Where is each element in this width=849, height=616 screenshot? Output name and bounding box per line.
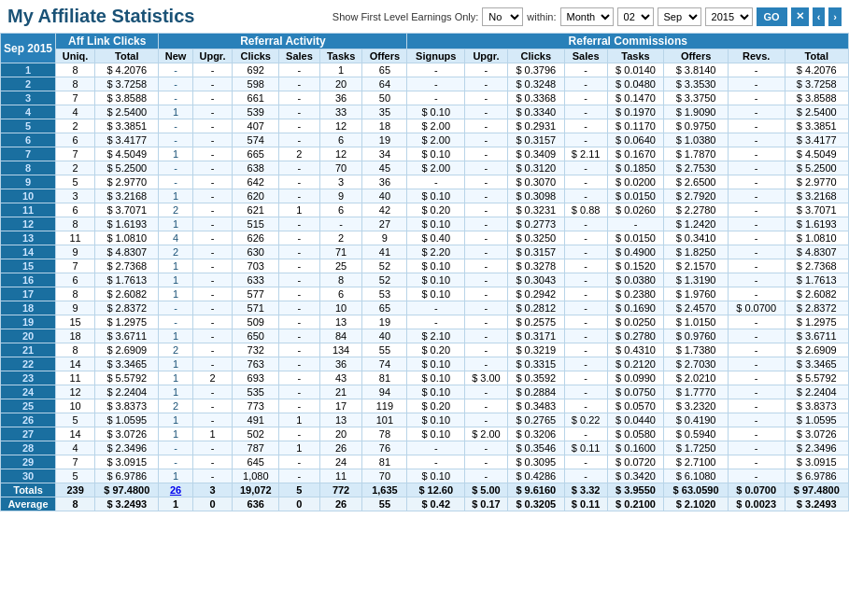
new-cell[interactable]: 1 <box>159 357 192 371</box>
day-link[interactable]: 16 <box>22 274 34 286</box>
day-cell[interactable]: 14 <box>1 245 56 259</box>
new-cell[interactable]: 1 <box>159 413 192 427</box>
day-cell[interactable]: 8 <box>1 161 56 175</box>
new-cell[interactable]: 1 <box>159 105 192 119</box>
day-link[interactable]: 26 <box>22 414 34 426</box>
day-link[interactable]: 9 <box>25 176 31 188</box>
day-link[interactable]: 12 <box>22 218 34 230</box>
day-cell[interactable]: 29 <box>1 455 56 469</box>
new-cell[interactable]: - <box>159 301 192 315</box>
new-cell[interactable]: - <box>159 175 192 189</box>
go-button[interactable]: GO <box>757 7 787 26</box>
new-cell[interactable]: 1 <box>159 259 192 273</box>
new-cell[interactable]: - <box>159 455 192 469</box>
new-cell[interactable]: 1 <box>159 287 192 301</box>
day-link[interactable]: 29 <box>22 456 34 468</box>
day-link[interactable]: 5 <box>25 120 31 132</box>
new-cell[interactable]: - <box>159 119 192 133</box>
day-link[interactable]: 28 <box>22 442 34 454</box>
day-link[interactable]: 13 <box>22 232 34 244</box>
day-cell[interactable]: 12 <box>1 217 56 231</box>
new-cell[interactable]: 2 <box>159 245 192 259</box>
show-select[interactable]: No Yes <box>482 7 523 26</box>
day-select[interactable]: 01 02 <box>617 7 654 26</box>
day-cell[interactable]: 30 <box>1 469 56 483</box>
day-cell[interactable]: 27 <box>1 427 56 441</box>
day-cell[interactable]: 20 <box>1 329 56 343</box>
new-cell[interactable]: - <box>159 133 192 147</box>
new-cell[interactable]: - <box>159 91 192 105</box>
day-cell[interactable]: 2 <box>1 77 56 91</box>
day-cell[interactable]: 3 <box>1 91 56 105</box>
new-cell[interactable]: 1 <box>159 371 192 385</box>
new-cell[interactable]: 1 <box>159 147 192 161</box>
clicks-cell: 574 <box>233 133 279 147</box>
new-cell[interactable]: - <box>159 441 192 455</box>
day-link[interactable]: 17 <box>22 288 34 300</box>
prev-button[interactable]: ‹ <box>813 7 826 26</box>
day-cell[interactable]: 19 <box>1 315 56 329</box>
day-cell[interactable]: 21 <box>1 343 56 357</box>
day-link[interactable]: 25 <box>22 400 34 412</box>
day-link[interactable]: 30 <box>22 470 34 482</box>
close-button[interactable]: ✕ <box>791 7 809 26</box>
new-cell[interactable]: 1 <box>159 273 192 287</box>
day-link[interactable]: 23 <box>22 372 34 384</box>
new-cell[interactable]: 1 <box>159 217 192 231</box>
period-select[interactable]: Day Week Month Year <box>560 7 614 26</box>
day-link[interactable]: 7 <box>25 148 31 160</box>
day-cell[interactable]: 15 <box>1 259 56 273</box>
day-cell[interactable]: 11 <box>1 203 56 217</box>
new-cell[interactable]: - <box>159 161 192 175</box>
next-button[interactable]: › <box>828 7 842 26</box>
day-link[interactable]: 20 <box>22 330 34 342</box>
new-cell[interactable]: 2 <box>159 203 192 217</box>
day-link[interactable]: 21 <box>22 344 34 356</box>
day-link[interactable]: 6 <box>25 134 31 146</box>
day-link[interactable]: 4 <box>25 106 31 118</box>
day-cell[interactable]: 26 <box>1 413 56 427</box>
new-cell[interactable]: - <box>159 63 192 77</box>
month-select[interactable]: JanFebMar AprMayJun JulAug Sep OctNovDec <box>658 7 701 26</box>
day-link[interactable]: 14 <box>22 246 34 258</box>
day-cell[interactable]: 7 <box>1 147 56 161</box>
day-cell[interactable]: 4 <box>1 105 56 119</box>
new-cell[interactable]: 1 <box>159 189 192 203</box>
day-cell[interactable]: 25 <box>1 399 56 413</box>
day-link[interactable]: 27 <box>22 428 34 440</box>
day-cell[interactable]: 13 <box>1 231 56 245</box>
new-cell[interactable]: 1 <box>159 427 192 441</box>
day-link[interactable]: 3 <box>25 92 31 104</box>
day-cell[interactable]: 17 <box>1 287 56 301</box>
new-cell[interactable]: 2 <box>159 399 192 413</box>
day-link[interactable]: 24 <box>22 386 34 398</box>
day-cell[interactable]: 18 <box>1 301 56 315</box>
day-cell[interactable]: 23 <box>1 371 56 385</box>
year-select[interactable]: 2015 2014 <box>705 7 753 26</box>
day-cell[interactable]: 10 <box>1 189 56 203</box>
new-cell[interactable]: 1 <box>159 329 192 343</box>
day-link[interactable]: 11 <box>22 204 34 216</box>
day-link[interactable]: 8 <box>25 162 31 174</box>
day-cell[interactable]: 5 <box>1 119 56 133</box>
new-cell[interactable]: 2 <box>159 343 192 357</box>
new-cell[interactable]: 4 <box>159 231 192 245</box>
day-link[interactable]: 22 <box>22 358 34 370</box>
new-cell[interactable]: - <box>159 315 192 329</box>
day-cell[interactable]: 16 <box>1 273 56 287</box>
day-link[interactable]: 10 <box>22 190 34 202</box>
new-cell[interactable]: 1 <box>159 469 192 483</box>
day-cell[interactable]: 24 <box>1 385 56 399</box>
day-cell[interactable]: 6 <box>1 133 56 147</box>
day-cell[interactable]: 22 <box>1 357 56 371</box>
day-cell[interactable]: 9 <box>1 175 56 189</box>
day-link[interactable]: 1 <box>25 64 31 76</box>
day-cell[interactable]: 28 <box>1 441 56 455</box>
new-cell[interactable]: 1 <box>159 385 192 399</box>
day-link[interactable]: 18 <box>22 302 34 314</box>
day-link[interactable]: 2 <box>25 78 31 90</box>
new-cell[interactable]: - <box>159 77 192 91</box>
day-cell[interactable]: 1 <box>1 63 56 77</box>
day-link[interactable]: 19 <box>22 316 34 328</box>
day-link[interactable]: 15 <box>22 260 34 272</box>
